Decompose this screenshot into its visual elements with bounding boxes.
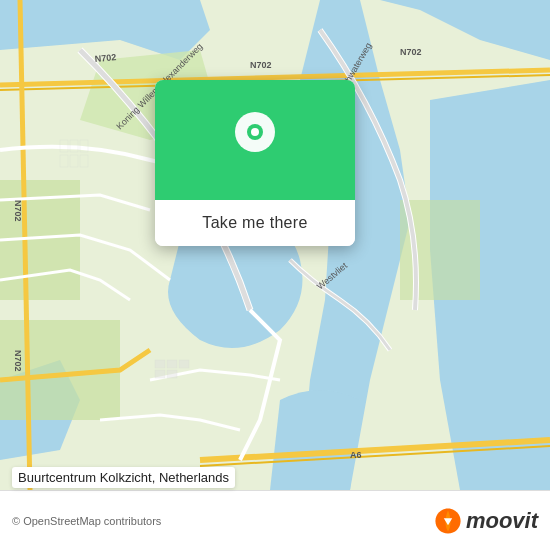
- svg-point-26: [251, 128, 259, 136]
- moovit-label: moovit: [466, 508, 538, 534]
- map-container: N702 N702 N702 N702 N702 A6 Koning Wille…: [0, 0, 550, 490]
- svg-text:N702: N702: [94, 52, 116, 64]
- take-me-there-button[interactable]: Take me there: [155, 200, 355, 246]
- location-label: Buurtcentrum Kolkzicht, Netherlands: [12, 467, 235, 488]
- svg-rect-21: [179, 360, 189, 368]
- svg-text:N702: N702: [400, 47, 422, 57]
- svg-text:N702: N702: [13, 350, 23, 372]
- moovit-logo: moovit: [434, 507, 538, 535]
- svg-text:A6: A6: [350, 450, 362, 460]
- attribution-text: © OpenStreetMap contributors: [12, 515, 161, 527]
- moovit-icon: [434, 507, 462, 535]
- location-name: Buurtcentrum Kolkzicht: [18, 470, 152, 485]
- svg-rect-23: [167, 370, 177, 378]
- location-pin-icon: [230, 110, 280, 170]
- svg-text:N702: N702: [13, 200, 23, 222]
- svg-text:N702: N702: [250, 60, 272, 70]
- popup-green-area: [155, 80, 355, 200]
- svg-rect-22: [155, 370, 165, 378]
- location-country: , Netherlands: [152, 470, 229, 485]
- popup-card: Take me there: [155, 80, 355, 246]
- svg-rect-19: [155, 360, 165, 368]
- bottom-bar: © OpenStreetMap contributors moovit: [0, 490, 550, 550]
- svg-rect-20: [167, 360, 177, 368]
